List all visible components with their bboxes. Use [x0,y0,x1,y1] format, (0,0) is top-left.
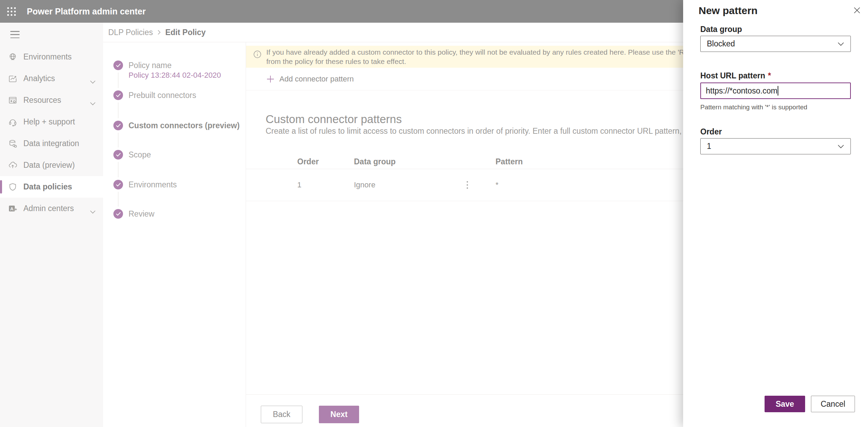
step-complete-icon [113,150,123,160]
step-label: Prebuilt connectors [129,90,196,100]
step-label: Custom connectors (preview) [129,121,240,130]
step-connector [118,133,119,147]
nav-toggle-button[interactable] [10,31,20,38]
close-icon[interactable] [851,4,863,17]
step-label: Environments [129,180,177,189]
column-header-data-group: Data group [354,157,465,166]
chevron-down-icon [90,98,96,108]
data-group-value: Blocked [707,39,837,48]
svg-text:A: A [10,206,14,211]
plus-icon [266,75,275,83]
host-url-pattern-input[interactable]: https://*contoso.com [700,83,851,99]
sidebar-item-label: Data integration [23,139,103,148]
panel-footer: Save Cancel [765,396,855,412]
analytics-chart-icon [8,74,18,84]
next-button[interactable]: Next [319,406,359,423]
chevron-down-icon [837,144,844,149]
cloud-sync-icon [8,160,18,171]
step-label: Policy name [129,61,171,70]
step-prebuilt-connectors[interactable]: Prebuilt connectors [103,90,246,101]
step-custom-connectors[interactable]: Custom connectors (preview) [103,121,246,131]
add-connector-pattern-button[interactable]: Add connector pattern [266,72,354,86]
step-sublabel: Policy 13:28:44 02-04-2020 [129,71,221,80]
info-icon [253,50,261,58]
cell-order: 1 [297,180,354,189]
database-link-icon [8,139,18,149]
host-url-value: https://*contoso.com [706,86,777,96]
step-scope[interactable]: Scope [103,150,246,160]
cell-data-group: Ignore [354,180,465,189]
step-connector [118,162,119,177]
host-url-pattern-label: Host URL pattern* [700,71,771,80]
sidebar-item-label: Data policies [23,182,103,191]
cancel-button[interactable]: Cancel [811,396,855,412]
breadcrumb-edit-policy: Edit Policy [165,28,206,37]
resources-window-gear-icon [8,95,18,106]
panel-title: New pattern [699,5,758,17]
admin-logo-icon: A [8,204,18,214]
step-complete-icon [113,180,123,189]
page-title: Custom connector patterns [266,113,402,126]
shield-icon [8,182,18,192]
chevron-right-icon [157,29,161,35]
step-environments[interactable]: Environments [103,180,246,190]
sidebar-item-analytics[interactable]: Analytics [0,68,103,89]
text-caret [778,86,778,96]
order-dropdown[interactable]: 1 [700,138,851,154]
step-connector [118,73,119,88]
step-policy-name[interactable]: Policy name Policy 13:28:44 02-04-2020 [103,61,246,71]
step-review[interactable]: Review [103,209,246,219]
headset-icon [8,117,18,127]
back-button[interactable]: Back [261,406,302,423]
order-label: Order [700,127,722,136]
sidebar-item-data-integration[interactable]: Data integration [0,133,103,154]
order-value: 1 [707,142,837,151]
sidebar-item-label: Help + support [23,117,103,127]
sidebar-item-admin-centers[interactable]: A Admin centers [0,198,103,219]
required-asterisk: * [768,71,771,80]
sidebar-item-data-policies[interactable]: Data policies [0,176,103,198]
breadcrumb-dlp-policies[interactable]: DLP Policies [108,28,153,37]
column-header-order: Order [297,157,354,166]
sidebar-nav: Environments Analytics [0,46,103,219]
selected-indicator [0,180,2,194]
chevron-down-icon [90,207,96,216]
step-label: Review [129,209,154,219]
row-more-options-button[interactable] [465,179,470,191]
wizard-steps: Policy name Policy 13:28:44 02-04-2020 P… [103,42,246,427]
sidebar-item-data-preview[interactable]: Data (preview) [0,154,103,176]
step-connector [118,102,119,118]
step-label: Scope [129,150,151,160]
data-group-label: Data group [700,25,742,34]
app-root: Power Platform admin center Environments [0,0,868,427]
chevron-down-icon [90,77,96,86]
waffle-icon [7,7,16,16]
step-complete-icon [113,90,123,100]
sidebar-item-help-support[interactable]: Help + support [0,111,103,133]
sidebar-item-label: Environments [23,52,103,62]
sidebar-item-label: Data (preview) [23,161,103,170]
step-complete-icon [113,121,123,130]
add-connector-pattern-label: Add connector pattern [279,75,354,84]
sidebar-item-environments[interactable]: Environments [0,46,103,68]
globe-icon [8,52,18,62]
step-complete-icon [113,209,123,219]
data-group-dropdown[interactable]: Blocked [700,36,851,52]
chevron-down-icon [837,42,844,46]
step-connector [118,192,119,207]
sidebar-item-resources[interactable]: Resources [0,89,103,111]
step-complete-icon [113,61,123,70]
pattern-hint: Pattern matching with '*' is supported [700,103,807,111]
sidebar: Environments Analytics [0,23,103,427]
app-title: Power Platform admin center [27,7,146,17]
save-button[interactable]: Save [765,396,805,412]
host-url-pattern-label-text: Host URL pattern [700,71,765,80]
app-launcher-button[interactable] [0,0,23,23]
new-pattern-panel: New pattern Data group Blocked Host URL … [683,0,868,427]
